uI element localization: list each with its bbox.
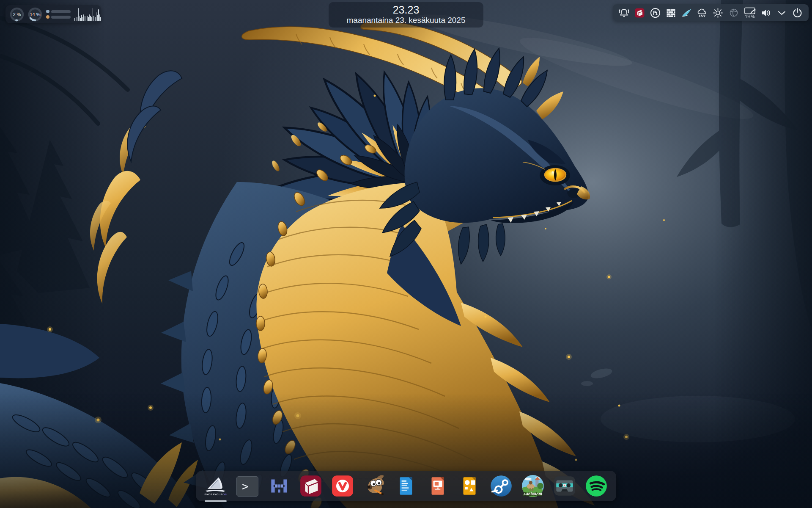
meter-dot-orange xyxy=(46,15,49,19)
firewall-bricks-icon[interactable] xyxy=(665,7,677,19)
clock-time: 23.23 xyxy=(336,4,476,16)
memory-gauge[interactable]: 14 % xyxy=(28,7,42,22)
endeavouros-logo-icon: ENDEAVOUROS xyxy=(203,474,228,498)
dock-app-spotify[interactable] xyxy=(584,474,609,498)
dock-app-terminal[interactable]: > xyxy=(235,474,260,498)
tauon-cassette-icon xyxy=(552,474,577,498)
terminal-prompt-glyph: > xyxy=(242,481,249,492)
dock-app-gimp[interactable] xyxy=(362,474,387,498)
dock-app-libreoffice-writer[interactable] xyxy=(394,474,418,498)
volume-icon[interactable] xyxy=(760,7,772,19)
meter-row xyxy=(46,10,71,13)
cpu-percent-label: 2 % xyxy=(10,7,24,22)
power-icon[interactable] xyxy=(792,7,803,19)
fabledom-icon: Fabledom xyxy=(521,474,545,498)
dim-globe-icon[interactable] xyxy=(728,7,739,19)
dock-app-blue-modules[interactable] xyxy=(267,474,291,498)
dock-app-red-vault[interactable] xyxy=(299,474,323,498)
tablet-battery-indicator[interactable]: 19 % xyxy=(743,4,756,21)
dock-app-fabledom[interactable]: Fabledom xyxy=(521,474,545,498)
meter-dot-blue xyxy=(46,10,49,13)
desktop: 2 % 14 % 23.23 maanantaina 23. kesäkuuta… xyxy=(0,0,812,508)
notifications-bell-icon[interactable] xyxy=(618,7,630,19)
clock-date: maanantaina 23. kesäkuuta 2025 xyxy=(336,16,476,25)
brightness-sun-icon[interactable] xyxy=(712,7,724,19)
svg-text:Fabledom: Fabledom xyxy=(524,492,542,496)
memory-percent-label: 14 % xyxy=(28,7,42,22)
meter-row xyxy=(46,15,71,19)
meter-track xyxy=(51,10,71,13)
svg-text:ENDEAVOUROS: ENDEAVOUROS xyxy=(205,493,227,496)
system-monitor-widget[interactable]: 2 % 14 % xyxy=(5,5,101,23)
steam-icon xyxy=(489,474,513,498)
tablet-battery-percent: 19 % xyxy=(745,15,755,19)
meter-track xyxy=(51,16,71,19)
cpu-history-sparkline[interactable] xyxy=(74,8,102,21)
teal-sail-app-icon[interactable] xyxy=(681,7,692,19)
resource-meters[interactable] xyxy=(46,10,71,19)
system-tray: 19 % xyxy=(613,4,809,21)
red-vault-icon xyxy=(299,474,323,498)
wallpaper-dragon-art xyxy=(0,0,812,508)
dock-app-libreoffice-impress[interactable] xyxy=(425,474,450,498)
expand-chevron-icon[interactable] xyxy=(776,7,787,19)
libreoffice-writer-icon xyxy=(394,474,418,498)
circular-monogram-app-icon[interactable] xyxy=(650,7,661,19)
gimp-wilber-icon xyxy=(362,474,387,498)
red-vault-app-icon[interactable] xyxy=(634,7,645,19)
dock-app-tauon-music-box[interactable] xyxy=(552,474,577,498)
dock: ENDEAVOUROS > xyxy=(196,471,616,501)
libreoffice-draw-icon xyxy=(457,474,482,498)
dock-app-endeavouros-launcher[interactable]: ENDEAVOUROS xyxy=(203,474,228,498)
spotify-icon xyxy=(584,474,609,498)
vivaldi-icon xyxy=(330,474,355,498)
dock-app-libreoffice-draw[interactable] xyxy=(457,474,482,498)
dock-app-vivaldi-browser[interactable] xyxy=(330,474,355,498)
tablet-icon xyxy=(743,7,756,15)
terminal-icon: > xyxy=(236,476,258,497)
libreoffice-impress-icon xyxy=(425,474,450,498)
clock-widget[interactable]: 23.23 maanantaina 23. kesäkuuta 2025 xyxy=(329,2,483,28)
weather-showers-icon[interactable] xyxy=(697,7,708,19)
cpu-gauge[interactable]: 2 % xyxy=(10,7,24,22)
dock-app-steam[interactable] xyxy=(489,474,513,498)
running-indicator xyxy=(205,500,227,502)
blue-modules-icon xyxy=(267,474,291,498)
